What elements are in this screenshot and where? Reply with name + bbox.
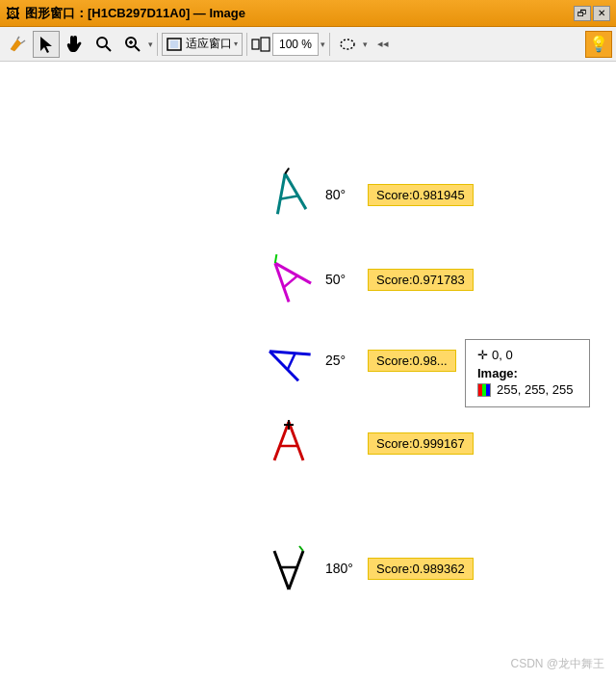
- svg-line-18: [264, 263, 299, 301]
- svg-line-15: [285, 170, 306, 211]
- tooltip-color-red: [477, 383, 491, 397]
- svg-line-17: [284, 168, 290, 173]
- svg-point-3: [97, 38, 107, 47]
- tooltip-image-label: Image:: [477, 366, 578, 380]
- zoom-in-dropdown[interactable]: ▾: [148, 39, 153, 49]
- svg-line-1: [17, 37, 19, 39]
- svg-line-24: [287, 353, 295, 370]
- svg-line-26: [289, 422, 303, 460]
- score-80: Score:0.981945: [368, 184, 474, 206]
- svg-line-6: [135, 46, 140, 51]
- zoom-level-dropdown[interactable]: ▾: [321, 39, 325, 49]
- svg-line-16: [280, 196, 299, 198]
- symbol-180: [260, 539, 318, 597]
- svg-line-20: [283, 275, 297, 287]
- lightbulb-button[interactable]: 💡: [585, 31, 612, 58]
- svg-line-0: [21, 40, 25, 43]
- window-icon: 🖼: [6, 6, 19, 21]
- angle-180: 180°: [325, 561, 360, 576]
- svg-line-22: [264, 351, 305, 379]
- svg-line-25: [274, 422, 289, 460]
- angle-80: 80°: [325, 187, 360, 202]
- title-bar: 🖼 图形窗口：[H1CB297D11A0] — Image 🗗 ✕: [0, 0, 616, 27]
- fit-window-dropdown[interactable]: 适应窗口 ▾: [162, 33, 243, 56]
- symbol-25: [260, 331, 318, 389]
- svg-rect-10: [170, 40, 178, 48]
- svg-rect-11: [252, 39, 259, 49]
- zoom-in-button[interactable]: [119, 31, 146, 58]
- zoom-tool-button[interactable]: [90, 31, 117, 58]
- score-50: Score:0.971783: [368, 269, 474, 291]
- list-item: 25° Score:0.98...: [260, 331, 456, 389]
- tooltip-popup: ✛ 0, 0 Image: 255, 255, 255: [465, 339, 590, 407]
- separator-3: [329, 33, 330, 56]
- svg-marker-2: [40, 37, 52, 53]
- select-tool-button[interactable]: [33, 31, 60, 58]
- list-item: 50° Score:0.971783: [260, 250, 474, 308]
- close-button[interactable]: ✕: [593, 6, 610, 21]
- svg-rect-12: [261, 38, 270, 51]
- crosshair-icon: ✛: [477, 348, 488, 362]
- svg-line-19: [275, 253, 311, 292]
- svg-line-30: [289, 551, 303, 589]
- list-item: 80° Score:0.981945: [260, 166, 474, 223]
- score-25: Score:0.98...: [368, 350, 456, 372]
- svg-line-21: [271, 254, 280, 263]
- svg-point-13: [341, 39, 354, 49]
- separator-1: [157, 33, 158, 56]
- svg-line-33: [299, 546, 303, 551]
- zoom-size-icon: [251, 37, 270, 52]
- list-item: Score:0.999167: [260, 414, 474, 472]
- watermark: CSDN @龙中舞王: [510, 656, 604, 672]
- more-tools-button[interactable]: ◂◂: [370, 31, 397, 58]
- score-0: Score:0.999167: [368, 432, 474, 455]
- pan-tool-button[interactable]: [62, 31, 89, 58]
- main-content: 80° Score:0.981945 50° Score:0.971783: [0, 62, 616, 680]
- toolbar: ▾ 适应窗口 ▾ 100 % ▾ ▾ ◂◂ 💡: [0, 27, 616, 62]
- clear-tool-button[interactable]: [4, 31, 31, 58]
- lasso-tool-button[interactable]: [334, 31, 361, 58]
- svg-line-4: [106, 46, 111, 51]
- score-180: Score:0.989362: [368, 558, 474, 580]
- lasso-dropdown[interactable]: ▾: [363, 39, 368, 49]
- tooltip-color-row: 255, 255, 255: [477, 382, 578, 397]
- title-text: 图形窗口：[H1CB297D11A0] — Image: [25, 5, 245, 22]
- list-item: 180° Score:0.989362: [260, 539, 474, 597]
- title-bar-controls: 🗗 ✕: [574, 6, 610, 21]
- restore-button[interactable]: 🗗: [574, 6, 591, 21]
- symbol-80: [260, 166, 318, 223]
- svg-line-31: [274, 551, 289, 589]
- symbol-0: [260, 414, 318, 472]
- tooltip-coords: ✛ 0, 0: [477, 348, 578, 362]
- zoom-level-display: 100 %: [272, 33, 319, 56]
- angle-25: 25°: [325, 353, 360, 368]
- separator-2: [246, 33, 247, 56]
- symbol-50: [260, 250, 318, 308]
- angle-50: 50°: [325, 272, 360, 287]
